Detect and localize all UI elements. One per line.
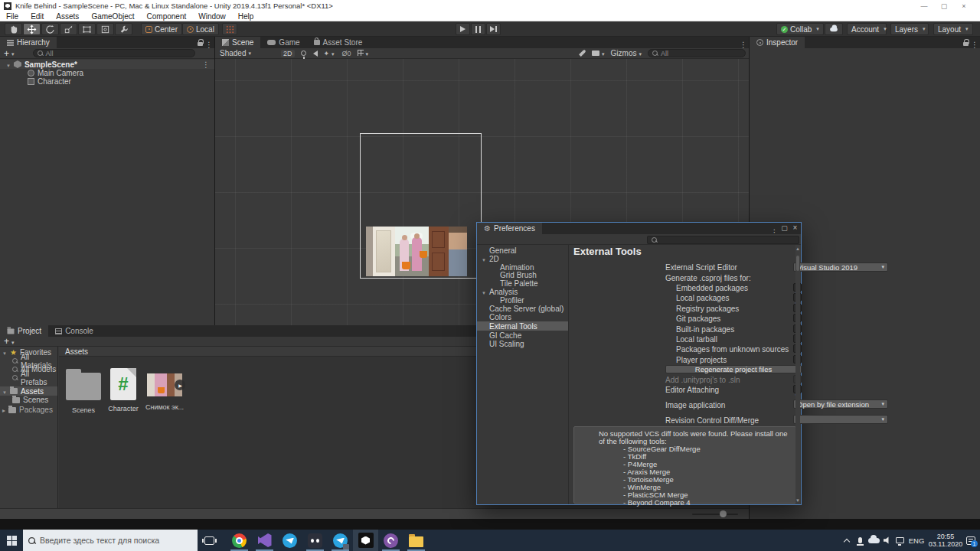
- inspector-tab[interactable]: Inspector: [750, 37, 805, 48]
- favorite-all-materials[interactable]: All Materials: [0, 357, 57, 365]
- category-profiler[interactable]: Profiler: [477, 296, 568, 305]
- scene-photo-sprite[interactable]: [366, 227, 467, 276]
- lock-icon[interactable]: [198, 39, 204, 46]
- asset-item-video[interactable]: Снимок эк...: [145, 368, 185, 411]
- layers-dropdown[interactable]: Layers: [890, 23, 929, 35]
- category-colors[interactable]: Colors: [477, 313, 568, 321]
- hierarchy-search-input[interactable]: All: [33, 49, 195, 57]
- menu-file[interactable]: File: [0, 12, 24, 21]
- asset-item-character[interactable]: # Character: [105, 368, 142, 412]
- scene-tools-icon[interactable]: [579, 50, 586, 57]
- close-icon[interactable]: ×: [789, 223, 801, 234]
- camera-settings-dropdown[interactable]: [592, 49, 605, 57]
- tray-chevron-icon[interactable]: [841, 530, 853, 551]
- hierarchy-item-main-camera[interactable]: Main Camera: [0, 69, 214, 77]
- action-center-button[interactable]: 1: [963, 530, 978, 551]
- asset-store-tab[interactable]: Asset Store: [307, 37, 370, 48]
- layout-dropdown[interactable]: Layout: [933, 23, 973, 35]
- favorite-all-prefabs[interactable]: All Prefabs: [0, 373, 57, 382]
- scrollbar-thumb[interactable]: [796, 256, 799, 271]
- custom-tool-button[interactable]: [115, 23, 132, 35]
- script-editor-dropdown[interactable]: Visual Studio 2019: [793, 262, 888, 272]
- taskbar-app-visual-studio[interactable]: [252, 530, 277, 551]
- scenes-folder-row[interactable]: Scenes: [0, 396, 57, 404]
- menu-assets[interactable]: Assets: [50, 12, 85, 21]
- category-gi-cache[interactable]: GI Cache: [477, 331, 568, 340]
- rotate-tool-button[interactable]: [41, 23, 59, 35]
- category-general[interactable]: General: [477, 246, 568, 255]
- preferences-search-input[interactable]: [647, 236, 799, 244]
- scroll-up-icon[interactable]: ▲: [795, 246, 800, 251]
- menu-gameobject[interactable]: GameObject: [85, 12, 140, 21]
- shading-mode-dropdown[interactable]: Shaded: [215, 49, 275, 57]
- maximize-icon[interactable]: ▢: [779, 224, 789, 234]
- foldout-icon[interactable]: [6, 60, 11, 69]
- menu-component[interactable]: Component: [141, 12, 193, 21]
- account-dropdown[interactable]: Account: [847, 23, 887, 35]
- collab-dropdown[interactable]: ✓ Collab: [776, 23, 824, 35]
- category-external-tools[interactable]: External Tools: [477, 321, 568, 331]
- menu-help[interactable]: Help: [232, 12, 260, 21]
- cloud-button[interactable]: [825, 23, 843, 35]
- taskbar-app-chrome[interactable]: [227, 530, 252, 551]
- taskbar-search-input[interactable]: Введите здесь текст для поиска: [23, 530, 198, 551]
- category-ui-scaling[interactable]: UI Scaling: [477, 340, 568, 348]
- hierarchy-menu-icon[interactable]: [204, 37, 214, 48]
- scene-search-input[interactable]: All: [648, 49, 746, 57]
- taskbar-app-unity[interactable]: [353, 530, 378, 551]
- category-analysis[interactable]: Analysis: [477, 288, 568, 296]
- category-tile-palette[interactable]: Tile Palette: [477, 279, 568, 288]
- scene-root-row[interactable]: SampleScene*: [0, 60, 214, 69]
- scroll-down-icon[interactable]: ▼: [795, 498, 800, 503]
- tray-network-icon[interactable]: [893, 530, 906, 551]
- scene-menu-icon[interactable]: [202, 60, 210, 69]
- scene-visibility-toggle[interactable]: Ø0: [342, 50, 351, 57]
- rect-tool-button[interactable]: [78, 23, 96, 35]
- inspector-menu-icon[interactable]: [969, 37, 980, 48]
- tray-volume-icon[interactable]: [881, 530, 893, 551]
- rotation-toggle-button[interactable]: Local: [182, 23, 219, 35]
- scene-panel-menu-icon[interactable]: [738, 37, 749, 48]
- tray-clock[interactable]: 20:55 03.11.2020: [927, 530, 964, 551]
- task-view-button[interactable]: [198, 530, 220, 551]
- start-button[interactable]: [0, 530, 23, 551]
- packages-row[interactable]: Packages: [0, 406, 57, 414]
- grid-visibility-dropdown[interactable]: [358, 49, 369, 57]
- transform-tool-button[interactable]: [96, 23, 114, 35]
- create-dropdown-arrow[interactable]: [9, 49, 15, 57]
- category-2d[interactable]: 2D: [477, 255, 568, 263]
- category-cache-server[interactable]: Cache Server (global): [477, 305, 568, 313]
- pivot-toggle-button[interactable]: Center: [141, 23, 182, 35]
- step-button[interactable]: [486, 23, 501, 35]
- 2d-toggle[interactable]: 2D: [281, 50, 295, 57]
- menu-edit[interactable]: Edit: [24, 12, 50, 21]
- project-add-dropdown-arrow[interactable]: [9, 337, 15, 346]
- play-button[interactable]: [456, 23, 470, 35]
- close-button[interactable]: ×: [954, 2, 974, 10]
- regenerate-project-files-button[interactable]: Regenerate project files: [665, 365, 802, 373]
- slider-handle[interactable]: [720, 510, 727, 517]
- maximize-button[interactable]: ▢: [934, 2, 954, 10]
- hierarchy-item-character[interactable]: Character: [0, 77, 214, 86]
- taskbar-app-telegram[interactable]: [277, 530, 302, 551]
- console-tab[interactable]: Console: [48, 325, 100, 337]
- minimize-button[interactable]: —: [914, 2, 934, 10]
- lock-icon[interactable]: [963, 39, 969, 46]
- lighting-toggle-icon[interactable]: [301, 51, 306, 56]
- pause-button[interactable]: [471, 23, 485, 35]
- move-tool-button[interactable]: [23, 23, 41, 35]
- grid-snap-button[interactable]: [222, 23, 237, 35]
- preferences-tab[interactable]: ⚙ Preferences: [477, 223, 542, 234]
- project-tab[interactable]: Project: [0, 325, 48, 337]
- assets-folder-row[interactable]: Assets: [0, 386, 57, 396]
- hand-tool-button[interactable]: [5, 23, 22, 35]
- image-application-dropdown[interactable]: Open by file extension: [793, 399, 888, 409]
- preferences-scrollbar[interactable]: ▲ ▼: [795, 245, 800, 504]
- revision-control-diff-dropdown[interactable]: [793, 415, 888, 424]
- asset-item-scenes[interactable]: Scenes: [65, 368, 102, 414]
- taskbar-app-discord[interactable]: [302, 530, 328, 551]
- thumbnail-zoom-slider[interactable]: [692, 514, 738, 515]
- tray-onedrive-icon[interactable]: [867, 530, 880, 551]
- audio-toggle-icon[interactable]: [313, 51, 318, 57]
- window-menu-icon[interactable]: [769, 224, 779, 234]
